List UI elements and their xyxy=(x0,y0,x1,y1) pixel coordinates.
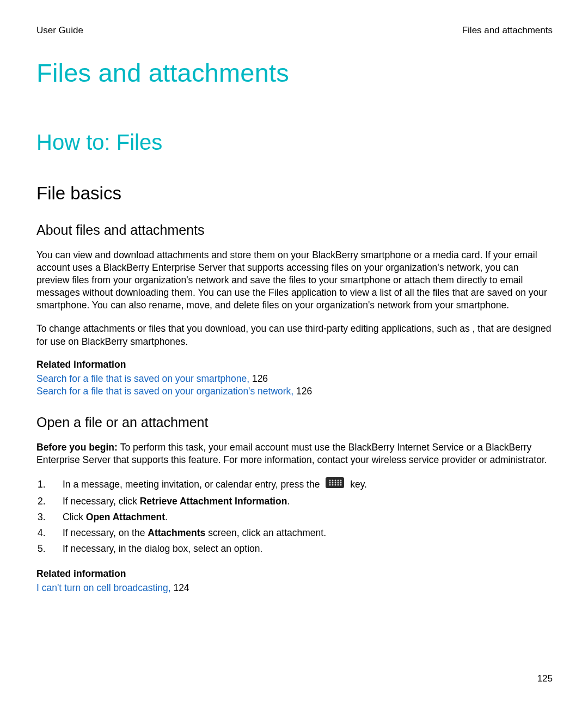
link-search-smartphone[interactable]: Search for a file that is saved on your … xyxy=(36,373,252,384)
step-text-pre: If necessary, click xyxy=(63,496,140,507)
svg-point-15 xyxy=(340,484,342,486)
page-title: Files and attachments xyxy=(36,58,553,88)
svg-point-8 xyxy=(335,482,336,484)
svg-point-3 xyxy=(335,480,336,482)
svg-point-2 xyxy=(332,480,334,482)
step-number: 4. xyxy=(36,526,63,540)
section-file-basics-title: File basics xyxy=(36,183,553,204)
about-paragraph-1: You can view and download attachments an… xyxy=(36,249,553,312)
menu-key-icon xyxy=(326,477,344,492)
section-howto-title: How to: Files xyxy=(36,130,553,155)
step-text-post: . xyxy=(287,496,290,507)
related-info-title-2: Related information xyxy=(36,568,553,580)
step-bold: Retrieve Attachment Information xyxy=(140,496,287,507)
step-2: 2. If necessary, click Retrieve Attachme… xyxy=(36,494,553,509)
link-search-network[interactable]: Search for a file that is saved on your … xyxy=(36,386,296,397)
step-bold: Attachments xyxy=(148,527,205,538)
link-page-1: 126 xyxy=(252,373,268,384)
svg-point-13 xyxy=(335,484,336,486)
about-paragraph-2: To change attachments or files that you … xyxy=(36,322,553,348)
step-1: 1. In a message, meeting invitation, or … xyxy=(36,477,553,492)
svg-point-6 xyxy=(329,482,331,484)
step-text-pre: If necessary, in the dialog box, select … xyxy=(63,543,262,554)
step-text-pre: Click xyxy=(63,512,86,522)
svg-point-14 xyxy=(338,484,339,486)
step-bold: Open Attachment xyxy=(86,512,165,522)
svg-point-4 xyxy=(338,480,339,482)
svg-point-10 xyxy=(340,482,342,484)
svg-point-1 xyxy=(329,480,331,482)
open-before-paragraph: Before you begin: To perform this task, … xyxy=(36,441,553,466)
step-text-post: key. xyxy=(350,479,367,490)
svg-point-9 xyxy=(338,482,339,484)
step-number: 3. xyxy=(36,510,63,525)
svg-point-7 xyxy=(332,482,334,484)
link-cell-broadcasting[interactable]: I can't turn on cell broadcasting, xyxy=(36,582,173,593)
link-page-3: 124 xyxy=(173,582,189,593)
before-you-begin-label: Before you begin: xyxy=(36,442,120,453)
step-text-post: screen, click an attachment. xyxy=(205,527,326,538)
header-left: User Guide xyxy=(36,25,83,36)
step-3: 3. Click Open Attachment. xyxy=(36,510,553,525)
related-info-title: Related information xyxy=(36,359,553,370)
page-number: 125 xyxy=(537,673,553,684)
step-text-pre: In a message, meeting invitation, or cal… xyxy=(63,479,322,490)
svg-point-5 xyxy=(340,480,342,482)
step-number: 1. xyxy=(36,477,63,492)
step-number: 5. xyxy=(36,541,63,556)
header-right: Files and attachments xyxy=(462,25,553,36)
step-4: 4. If necessary, on the Attachments scre… xyxy=(36,526,553,540)
svg-point-11 xyxy=(329,484,331,486)
step-number: 2. xyxy=(36,494,63,509)
step-5: 5. If necessary, in the dialog box, sele… xyxy=(36,541,553,556)
step-text-post: . xyxy=(165,512,168,522)
link-page-2: 126 xyxy=(296,386,312,397)
subsection-about-title: About files and attachments xyxy=(36,222,553,238)
svg-point-12 xyxy=(332,484,334,486)
subsection-open-title: Open a file or an attachment xyxy=(36,415,553,430)
step-text-pre: If necessary, on the xyxy=(63,527,148,538)
